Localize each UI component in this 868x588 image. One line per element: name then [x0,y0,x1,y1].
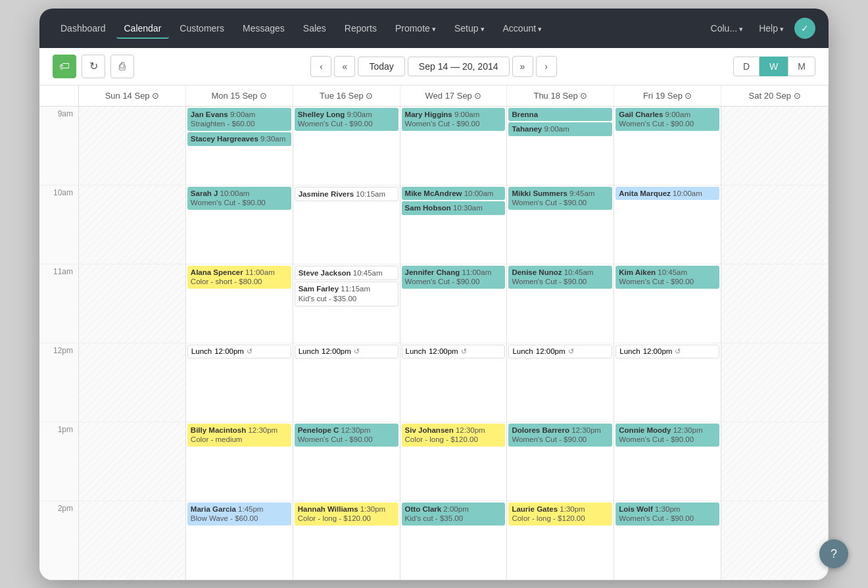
next-next-button[interactable]: » [512,56,533,77]
wed-1pm[interactable]: Siv Johansen 12:30pm Color - long - $120… [400,422,507,501]
appt-alana-spencer[interactable]: Alana Spencer 11:00am Color - short - $8… [187,266,291,289]
thu-col: Brenna Tahaney 9:00am Mikki Summers 9:45… [507,107,614,580]
appt-jennifer-chang[interactable]: Jennifer Chang 11:00am Women's Cut - $90… [402,266,506,289]
appt-brenna[interactable]: Brenna [508,108,612,122]
nav-setup[interactable]: Setup [446,18,493,39]
tue-11am[interactable]: Steve Jackson 10:45am Sam Farley 11:15am… [293,264,400,343]
appt-sam-farley[interactable]: Sam Farley 11:15am Kid's cut - $35.00 [295,282,398,306]
fri-12pm[interactable]: Lunch 12:00pm ↺ [614,343,721,422]
time-10am: 10am [39,185,79,264]
refresh-button[interactable]: ↻ [82,55,105,78]
appt-billy-macintosh[interactable]: Billy Macintosh 12:30pm Color - medium [187,424,291,447]
appt-jan-evans[interactable]: Jan Evans 9:00am Straighten - $60.00 [187,108,291,132]
mon-9am[interactable]: Jan Evans 9:00am Straighten - $60.00 Sta… [186,107,293,185]
sat-11am[interactable] [721,264,828,343]
appt-siv-johansen[interactable]: Siv Johansen 12:30pm Color - long - $120… [402,424,506,447]
nav-reports[interactable]: Reports [337,18,385,39]
appt-jasmine-rivers[interactable]: Jasmine Rivers 10:15am [295,187,398,202]
thu-1pm[interactable]: Dolores Barrero 12:30pm Women's Cut - $9… [507,422,614,501]
fri-1pm[interactable]: Connie Moody 12:30pm Women's Cut - $90.0… [614,422,721,501]
appt-denise-nunoz[interactable]: Denise Nunoz 10:45am Women's Cut - $90.0… [508,266,612,289]
nav-customers[interactable]: Customers [172,18,232,39]
nav-sales[interactable]: Sales [295,18,334,39]
view-month-btn[interactable]: M [788,57,815,76]
tag-button[interactable]: 🏷 [53,55,76,78]
appt-tahaney[interactable]: Tahaney 9:00am [508,122,612,136]
today-button[interactable]: Today [358,57,404,76]
sat-1pm[interactable] [721,422,828,501]
sat-header: Sat 20 Sep ⊙ [721,86,829,106]
help-button[interactable]: ? [819,539,848,568]
mon-2pm[interactable]: Maria Garcia 1:45pm Blow Wave - $60.00 [186,501,293,580]
thu-9am[interactable]: Brenna Tahaney 9:00am [507,107,614,185]
appt-shelley-long[interactable]: Shelley Long 9:00am Women's Cut - $90.00 [295,108,398,132]
appt-hannah-williams[interactable]: Hannah Williams 1:30pm Color - long - $1… [295,502,398,526]
prev-prev-button[interactable]: « [334,56,355,77]
fri-11am[interactable]: Kim Aiken 10:45am Women's Cut - $90.00 [614,264,721,343]
appt-steve-jackson[interactable]: Steve Jackson 10:45am [295,266,398,281]
sat-2pm[interactable] [721,501,828,580]
view-week-btn[interactable]: W [760,57,788,76]
wed-2pm[interactable]: Otto Clark 2:00pm Kid's cut - $35.00 [400,501,507,580]
nav-account[interactable]: Account [495,18,550,39]
nav-dashboard[interactable]: Dashboard [53,18,114,39]
appt-mike-mcandrew[interactable]: Mike McAndrew 10:00am [402,187,506,201]
appt-laurie-gates[interactable]: Laurie Gates 1:30pm Color - long - $120.… [508,502,612,526]
fri-2pm[interactable]: Lois Wolf 1:30pm Women's Cut - $90.00 [614,501,721,580]
sat-12pm[interactable] [721,343,828,422]
tue-9am[interactable]: Shelley Long 9:00am Women's Cut - $90.00 [293,107,400,185]
appt-mikki-summers[interactable]: Mikki Summers 9:45am Women's Cut - $90.0… [508,187,612,210]
appt-kim-aiken[interactable]: Kim Aiken 10:45am Women's Cut - $90.00 [615,266,719,289]
thu-12pm[interactable]: Lunch 12:00pm ↺ [507,343,614,422]
prev-button[interactable]: ‹ [310,56,331,77]
tue-2pm[interactable]: Hannah Williams 1:30pm Color - long - $1… [293,501,400,580]
appt-connie-moody[interactable]: Connie Moody 12:30pm Women's Cut - $90.0… [615,424,719,447]
nav-avatar[interactable]: ✓ [794,18,815,39]
next-button[interactable]: › [536,56,557,77]
nav-calendar[interactable]: Calendar [116,18,170,39]
nav-colu-btn[interactable]: Colu... [706,20,749,36]
appt-maria-garcia[interactable]: Maria Garcia 1:45pm Blow Wave - $60.00 [187,502,291,526]
sat-10am[interactable] [721,185,828,264]
sun-11am[interactable] [79,264,185,343]
appt-stacey-hargreaves[interactable]: Stacey Hargreaves 9:30am [187,132,291,146]
view-day-btn[interactable]: D [733,57,760,76]
appt-gail-charles[interactable]: Gail Charles 9:00am Women's Cut - $90.00 [615,108,719,132]
appt-anita-marquez[interactable]: Anita Marquez 10:00am [615,187,719,201]
nav-promote[interactable]: Promote [387,18,444,39]
sun-10am[interactable] [79,185,185,264]
appt-lois-wolf[interactable]: Lois Wolf 1:30pm Women's Cut - $90.00 [615,502,719,526]
appt-sarah-j[interactable]: Sarah J 10:00am Women's Cut - $90.00 [187,187,291,210]
thu-2pm[interactable]: Laurie Gates 1:30pm Color - long - $120.… [507,501,614,580]
sun-9am[interactable] [79,107,185,185]
mon-10am[interactable]: Sarah J 10:00am Women's Cut - $90.00 [186,185,293,264]
sat-9am[interactable] [721,107,828,185]
appt-dolores-barrero[interactable]: Dolores Barrero 12:30pm Women's Cut - $9… [508,424,612,447]
wed-9am[interactable]: Mary Higgins 9:00am Women's Cut - $90.00 [400,107,507,185]
wed-12pm[interactable]: Lunch 12:00pm ↺ [400,343,507,422]
nav-help-btn[interactable]: Help [754,20,789,36]
sun-12pm[interactable] [79,343,185,422]
tue-1pm[interactable]: Penelope C 12:30pm Women's Cut - $90.00 [293,422,400,501]
appt-penelope-c[interactable]: Penelope C 12:30pm Women's Cut - $90.00 [295,424,398,447]
fri-10am[interactable]: Anita Marquez 10:00am [614,185,721,264]
nav-messages[interactable]: Messages [235,18,293,39]
appt-mary-higgins[interactable]: Mary Higgins 9:00am Women's Cut - $90.00 [402,108,506,132]
sun-1pm[interactable] [79,422,185,501]
sun-2pm[interactable] [79,501,185,580]
mon-header: Mon 15 Sep ⊙ [186,86,293,106]
tue-10am[interactable]: Jasmine Rivers 10:15am [293,185,400,264]
fri-9am[interactable]: Gail Charles 9:00am Women's Cut - $90.00 [614,107,721,185]
thu-10am[interactable]: Mikki Summers 9:45am Women's Cut - $90.0… [507,185,614,264]
mon-11am[interactable]: Alana Spencer 11:00am Color - short - $8… [186,264,293,343]
print-button[interactable]: ⎙ [110,55,134,78]
calendar-header: Sun 14 Sep ⊙ Mon 15 Sep ⊙ Tue 16 Sep ⊙ W… [39,86,829,107]
mon-12pm[interactable]: Lunch 12:00pm ↺ [186,343,293,422]
tue-12pm[interactable]: Lunch 12:00pm ↺ [293,343,400,422]
appt-sam-hobson[interactable]: Sam Hobson 10:30am [402,201,506,215]
appt-otto-clark[interactable]: Otto Clark 2:00pm Kid's cut - $35.00 [402,502,506,526]
thu-11am[interactable]: Denise Nunoz 10:45am Women's Cut - $90.0… [507,264,614,343]
wed-10am[interactable]: Mike McAndrew 10:00am Sam Hobson 10:30am [400,185,507,264]
mon-1pm[interactable]: Billy Macintosh 12:30pm Color - medium [186,422,293,501]
wed-11am[interactable]: Jennifer Chang 11:00am Women's Cut - $90… [400,264,507,343]
